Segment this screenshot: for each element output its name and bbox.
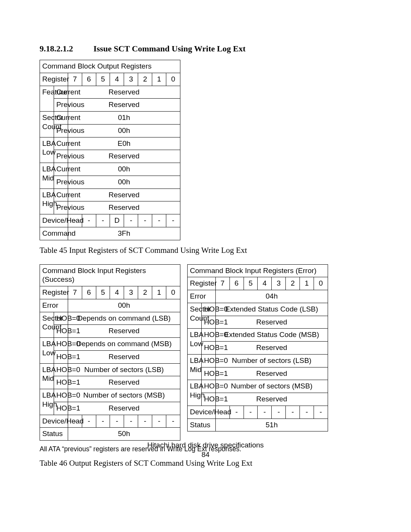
- bit-value: -: [258, 406, 272, 419]
- register-header: Register: [40, 286, 68, 299]
- register-value: Extended Status Code (LSB): [215, 303, 328, 316]
- bit-value: D: [110, 214, 124, 227]
- table-row: Device/Head---D----: [40, 214, 180, 227]
- bit-value: -: [300, 406, 314, 419]
- table-row: Error04h: [188, 290, 328, 303]
- register-value: 01h: [68, 112, 180, 125]
- table-row: HOB=1Reserved: [40, 325, 180, 338]
- register-header: Register: [188, 277, 216, 290]
- table-output-registers: Command Block Output RegistersRegister76…: [40, 60, 180, 240]
- table-row: Sector CountHOB=0Extended Status Code (L…: [188, 303, 328, 316]
- table-row: HOB=1Reserved: [188, 393, 328, 406]
- register-value: 00h: [68, 163, 180, 176]
- register-name: Device/Head: [40, 214, 68, 227]
- footer-line-1: Hitachi hard disk drive specifications: [0, 440, 411, 450]
- register-sub: Previous: [54, 99, 68, 112]
- table-row: Previous00h: [40, 176, 180, 189]
- bit-value: -: [124, 415, 138, 428]
- bit-value: -: [152, 415, 166, 428]
- register-name: Sector Count: [188, 303, 202, 329]
- table-row: Sector CountHOB=0Depends on command (LSB…: [40, 312, 180, 325]
- register-value: Reserved: [215, 393, 328, 406]
- bit-header: 1: [152, 286, 166, 299]
- table-row: Command Block Input Registers (Success): [40, 264, 180, 286]
- section-number: 9.18.2.1.2: [40, 44, 73, 54]
- bit-header: 4: [110, 286, 124, 299]
- footer-line-2: 84: [0, 450, 411, 460]
- table-input-registers-success: Command Block Input Registers (Success)R…: [40, 264, 180, 441]
- table-row: HOB=1Reserved: [40, 402, 180, 415]
- register-value: Reserved: [68, 376, 180, 389]
- register-sub: Previous: [54, 176, 68, 189]
- table-45-caption: Table 45 Input Registers of SCT Command …: [40, 246, 371, 255]
- table-row: Command Block Output Registers: [40, 60, 180, 73]
- register-name: Feature: [40, 86, 54, 112]
- register-name: Device/Head: [188, 406, 216, 419]
- bit-header: 2: [286, 277, 300, 290]
- table-row: Register76543210: [40, 286, 180, 299]
- register-name: LBA Low: [40, 137, 54, 163]
- register-name: LBA Mid: [40, 163, 54, 189]
- bit-header: 0: [314, 277, 328, 290]
- table-row: LBA MidHOB=0Number of sectors (LSB): [40, 363, 180, 376]
- register-name: LBA Mid: [188, 354, 202, 380]
- register-value: Reserved: [68, 189, 180, 201]
- register-value: Number of sectors (MSB): [215, 380, 328, 393]
- bit-header: 3: [124, 73, 138, 86]
- table-row: Command3Fh: [40, 227, 180, 240]
- bit-header: 6: [82, 286, 96, 299]
- table-title: Command Block Input Registers (Error): [188, 264, 328, 277]
- table-row: LBA LowHOB=0Extended Status Code (MSB): [188, 329, 328, 342]
- table-row: PreviousReserved: [40, 201, 180, 214]
- bit-header: 6: [82, 73, 96, 86]
- bit-header: 1: [152, 73, 166, 86]
- table-row: HOB=1Reserved: [188, 342, 328, 355]
- register-value: Reserved: [68, 350, 180, 363]
- register-value: Extended Status Code (MSB): [215, 329, 328, 342]
- table-row: LBA LowHOB=0Depends on command (MSB): [40, 338, 180, 351]
- table-row: Register76543210: [40, 73, 180, 86]
- register-value: Reserved: [68, 201, 180, 214]
- register-name: Device/Head: [40, 415, 68, 428]
- bit-header: 3: [272, 277, 286, 290]
- register-name: LBA High: [40, 189, 54, 214]
- register-value: 00h: [68, 124, 180, 137]
- register-name: LBA High: [40, 389, 54, 415]
- table-row: HOB=1Reserved: [188, 367, 328, 380]
- table-row: Status51h: [188, 419, 328, 431]
- register-value: Reserved: [215, 342, 328, 355]
- bit-header: 7: [68, 286, 82, 299]
- bit-value: -: [82, 415, 96, 428]
- register-value: E0h: [68, 137, 180, 150]
- bit-header: 1: [300, 277, 314, 290]
- bit-header: 5: [244, 277, 258, 290]
- section-heading: 9.18.2.1.2 Issue SCT Command Using Write…: [40, 44, 371, 54]
- bit-header: 4: [110, 73, 124, 86]
- bit-header: 7: [68, 73, 82, 86]
- register-value: Reserved: [68, 99, 180, 112]
- bit-header: 6: [229, 277, 244, 290]
- register-value: 51h: [215, 419, 328, 431]
- register-value: Number of sectors (LSB): [68, 363, 180, 376]
- bit-header: 5: [96, 73, 110, 86]
- bit-header: 3: [124, 286, 138, 299]
- register-name: LBA Low: [188, 329, 202, 355]
- bit-value: -: [96, 415, 110, 428]
- register-value: 3Fh: [68, 227, 180, 240]
- table-row: HOB=1Reserved: [40, 350, 180, 363]
- table-row: HOB=1Reserved: [40, 376, 180, 389]
- register-value: Number of sectors (MSB): [68, 389, 180, 402]
- bit-value: -: [229, 406, 244, 419]
- bit-header: 0: [166, 286, 180, 299]
- bit-header: 5: [96, 286, 110, 299]
- table-row: LBA LowCurrentE0h: [40, 137, 180, 150]
- table-row: FeatureCurrentReserved: [40, 86, 180, 99]
- table-input-registers-error: Command Block Input Registers (Error)Reg…: [187, 264, 328, 432]
- register-value: 04h: [215, 290, 328, 303]
- table-row: Device/Head--------: [188, 406, 328, 419]
- register-value: Depends on command (LSB): [68, 312, 180, 325]
- table-row: LBA HighCurrentReserved: [40, 189, 180, 201]
- bit-value: -: [138, 415, 152, 428]
- bit-value: -: [110, 415, 124, 428]
- register-name: LBA Low: [40, 338, 54, 364]
